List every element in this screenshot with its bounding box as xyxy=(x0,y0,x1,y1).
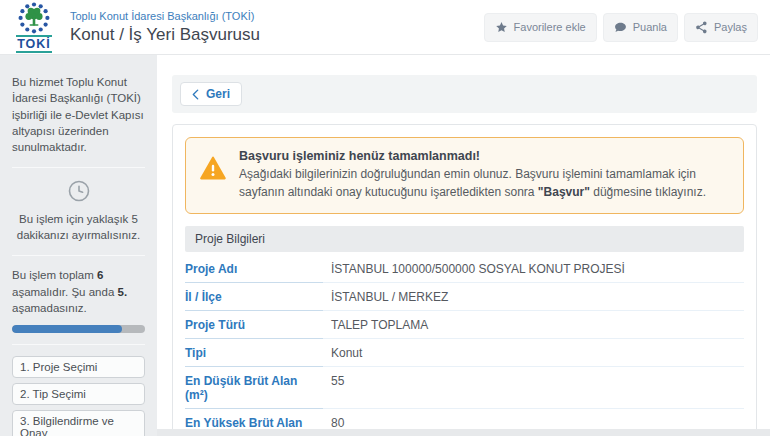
warning-icon-wrap xyxy=(200,156,226,184)
back-button[interactable]: Geri xyxy=(180,82,242,106)
agency-link[interactable]: Toplu Konut İdaresi Başkanlığı (TOKİ) xyxy=(70,10,484,22)
field-label: Proje Adı xyxy=(185,255,323,283)
add-favorite-label: Favorilere ekle xyxy=(514,21,586,33)
alert-body: Aşağıdaki bilgilerinizin doğruluğundan e… xyxy=(239,165,729,201)
toki-logo: TOKİ xyxy=(9,1,59,53)
sidebar: Bu hizmet Toplu Konut İdaresi Başkanlığı… xyxy=(0,55,157,436)
step-2-tip-secimi: 2. Tip Seçimi xyxy=(12,383,145,405)
duration-note: Bu işlem için yaklaşık 5 dakikanızı ayır… xyxy=(12,211,145,244)
alert-content: Başvuru işleminiz henüz tamamlanmadı! Aş… xyxy=(239,149,729,201)
toki-logo-emblem xyxy=(11,1,57,35)
progress-bar-fill xyxy=(12,325,122,333)
field-label: En Düşük Brüt Alan (m²) xyxy=(185,367,323,409)
sidebar-divider xyxy=(12,344,145,345)
field-label: İl / İlçe xyxy=(185,283,323,311)
field-row-il-ilce: İl / İlçe İSTANBUL / MERKEZ xyxy=(185,283,744,311)
progress-note-text: aşamalıdır. Şu anda xyxy=(12,286,117,298)
field-row-en-dusuk-brut-alan: En Düşük Brüt Alan (m²) 55 xyxy=(185,367,744,409)
step-list: 1. Proje Seçimi 2. Tip Seçimi 3. Bilgile… xyxy=(12,356,145,436)
back-bar: Geri xyxy=(172,75,757,113)
rate-label: Puanla xyxy=(633,21,667,33)
toki-logo-wordmark: TOKİ xyxy=(16,35,52,53)
star-icon xyxy=(495,21,508,34)
warning-triangle-icon xyxy=(200,156,226,180)
comment-icon xyxy=(614,21,627,34)
clock-icon xyxy=(67,179,91,203)
field-value: İSTANBUL / MERKEZ xyxy=(323,283,744,311)
rate-button[interactable]: Puanla xyxy=(603,13,678,42)
field-row-proje-adi: Proje Adı İSTANBUL 100000/500000 SOSYAL … xyxy=(185,255,744,283)
progress-bar xyxy=(12,325,145,333)
header-actions: Favorilere ekle Puanla Paylaş xyxy=(484,13,758,42)
progress-note: Bu işlem toplam 6 aşamalıdır. Şu anda 5.… xyxy=(12,267,145,317)
progress-note-text: Bu işlem toplam xyxy=(12,269,97,281)
progress-total-steps: 6 xyxy=(97,269,103,281)
project-fields-table: Proje Adı İSTANBUL 100000/500000 SOSYAL … xyxy=(185,255,744,436)
field-row-tipi: Tipi Konut xyxy=(185,339,744,367)
share-label: Paylaş xyxy=(714,21,747,33)
app-header: TOKİ Toplu Konut İdaresi Başkanlığı (TOK… xyxy=(0,0,770,55)
page-title: Konut / İş Yeri Başvurusu xyxy=(70,25,484,45)
chevron-left-icon xyxy=(192,89,199,100)
step-3-bilgilendirme-ve-onay: 3. Bilgilendirme ve Onay xyxy=(12,410,145,436)
clock-wrap xyxy=(12,179,145,207)
step-1-proje-secimi: 1. Proje Seçimi xyxy=(12,356,145,378)
share-button[interactable]: Paylaş xyxy=(684,13,758,42)
field-value: 55 xyxy=(323,367,744,409)
sidebar-divider xyxy=(12,255,145,256)
share-icon xyxy=(695,21,708,34)
field-label: Tipi xyxy=(185,339,323,367)
footer-strip xyxy=(157,429,770,436)
add-favorite-button[interactable]: Favorilere ekle xyxy=(484,13,597,42)
alert-body-bold: "Başvur" xyxy=(538,185,590,199)
alert-body-text: düğmesine tıklayınız. xyxy=(590,185,706,199)
field-row-proje-turu: Proje Türü TALEP TOPLAMA xyxy=(185,311,744,339)
field-value: İSTANBUL 100000/500000 SOSYAL KONUT PROJ… xyxy=(323,255,744,283)
alert-title: Başvuru işleminiz henüz tamamlanmadı! xyxy=(239,149,729,163)
warning-alert: Başvuru işleminiz henüz tamamlanmadı! Aş… xyxy=(185,137,744,214)
sidebar-divider xyxy=(12,167,145,168)
back-button-label: Geri xyxy=(206,87,230,101)
progress-current-step: 5. xyxy=(117,286,127,298)
service-note: Bu hizmet Toplu Konut İdaresi Başkanlığı… xyxy=(12,74,145,156)
field-value: TALEP TOPLAMA xyxy=(323,311,744,339)
progress-note-text: aşamadasınız. xyxy=(12,302,87,314)
section-header-proje-bilgileri: Proje Bilgileri xyxy=(185,226,744,252)
preview-card: Başvuru işleminiz henüz tamamlanmadı! Aş… xyxy=(172,124,757,436)
main-content: Geri Başvuru işleminiz henüz tamamlanmad… xyxy=(157,55,770,436)
page-body: Bu hizmet Toplu Konut İdaresi Başkanlığı… xyxy=(0,55,770,436)
field-label: Proje Türü xyxy=(185,311,323,339)
field-value: Konut xyxy=(323,339,744,367)
header-titles: Toplu Konut İdaresi Başkanlığı (TOKİ) Ko… xyxy=(70,10,484,45)
